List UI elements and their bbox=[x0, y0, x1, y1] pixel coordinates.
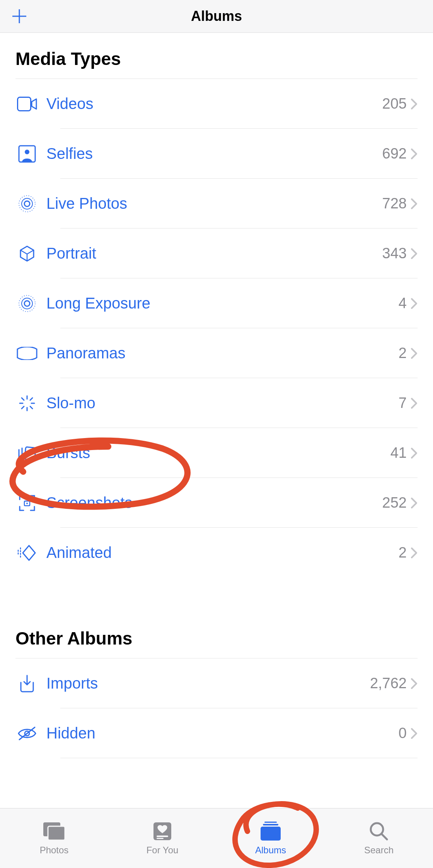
svg-point-4 bbox=[25, 150, 29, 154]
svg-rect-29 bbox=[157, 836, 168, 837]
row-label: Panoramas bbox=[46, 344, 399, 362]
svg-rect-31 bbox=[264, 822, 277, 823]
row-label: Live Photos bbox=[46, 195, 382, 212]
row-count: 728 bbox=[382, 195, 407, 212]
row-count: 2,762 bbox=[370, 675, 407, 692]
chevron-right-icon bbox=[411, 248, 418, 259]
row-animated[interactable]: Animated 2 bbox=[15, 528, 418, 578]
svg-rect-33 bbox=[261, 827, 281, 841]
tab-search[interactable]: Search bbox=[325, 808, 433, 868]
tab-label: Albums bbox=[255, 845, 286, 856]
row-hidden[interactable]: Hidden 0 bbox=[15, 708, 418, 758]
row-label: Bursts bbox=[46, 444, 390, 462]
svg-line-17 bbox=[30, 398, 32, 400]
chevron-right-icon bbox=[411, 397, 418, 409]
row-label: Animated bbox=[46, 544, 399, 561]
svg-rect-32 bbox=[263, 824, 278, 825]
chevron-right-icon bbox=[411, 198, 418, 210]
svg-line-15 bbox=[22, 398, 24, 400]
tab-photos[interactable]: Photos bbox=[0, 808, 108, 868]
svg-rect-30 bbox=[157, 838, 164, 839]
photos-icon bbox=[42, 821, 66, 842]
tab-label: Photos bbox=[40, 845, 69, 856]
row-count: 692 bbox=[382, 145, 407, 162]
svg-point-9 bbox=[22, 298, 32, 309]
chevron-right-icon bbox=[411, 678, 418, 689]
row-portrait[interactable]: Portrait 343 bbox=[15, 229, 418, 278]
row-videos[interactable]: Videos 205 bbox=[15, 79, 418, 129]
navbar: Albums bbox=[0, 0, 433, 33]
chevron-right-icon bbox=[411, 497, 418, 509]
row-bursts[interactable]: Bursts 41 bbox=[15, 428, 418, 478]
add-button[interactable] bbox=[12, 9, 27, 24]
row-label: Screenshots bbox=[46, 494, 382, 512]
portrait-icon bbox=[15, 245, 39, 263]
row-count: 2 bbox=[399, 345, 407, 362]
selfie-icon bbox=[15, 145, 39, 163]
row-count: 0 bbox=[399, 725, 407, 742]
svg-rect-2 bbox=[18, 97, 31, 111]
tabbar: Photos For You Albums Search bbox=[0, 808, 433, 868]
imports-icon bbox=[15, 675, 39, 692]
row-count: 252 bbox=[382, 495, 407, 511]
row-selfies[interactable]: Selfies 692 bbox=[15, 129, 418, 179]
svg-point-23 bbox=[26, 503, 28, 504]
row-label: Long Exposure bbox=[46, 295, 399, 312]
screenshots-icon bbox=[15, 494, 39, 512]
section-media-types: Media Types Videos 205 Selfies 692 Live … bbox=[0, 33, 433, 578]
chevron-right-icon bbox=[411, 298, 418, 309]
row-label: Videos bbox=[46, 95, 382, 113]
tab-label: For You bbox=[147, 845, 179, 856]
chevron-right-icon bbox=[411, 728, 418, 739]
section-header-other-albums: Other Albums bbox=[15, 612, 418, 658]
svg-line-35 bbox=[382, 834, 387, 839]
row-count: 41 bbox=[390, 445, 407, 461]
tab-for-you[interactable]: For You bbox=[108, 808, 216, 868]
row-imports[interactable]: Imports 2,762 bbox=[15, 658, 418, 708]
row-label: Portrait bbox=[46, 245, 382, 262]
row-label: Imports bbox=[46, 675, 370, 692]
svg-rect-27 bbox=[48, 826, 65, 840]
search-icon bbox=[368, 821, 389, 842]
row-slo-mo[interactable]: Slo-mo 7 bbox=[15, 378, 418, 428]
live-photos-icon bbox=[15, 195, 39, 213]
page-title: Albums bbox=[191, 8, 242, 24]
svg-line-18 bbox=[22, 406, 24, 409]
hidden-icon bbox=[15, 726, 39, 741]
bursts-icon bbox=[15, 444, 39, 462]
tab-albums[interactable]: Albums bbox=[216, 808, 325, 868]
video-icon bbox=[15, 97, 39, 111]
row-count: 7 bbox=[399, 395, 407, 411]
animated-icon bbox=[15, 544, 39, 562]
chevron-right-icon bbox=[411, 348, 418, 359]
chevron-right-icon bbox=[411, 547, 418, 559]
slomo-icon bbox=[15, 394, 39, 412]
svg-point-8 bbox=[24, 301, 30, 306]
long-exposure-icon bbox=[15, 295, 39, 312]
row-count: 205 bbox=[382, 95, 407, 112]
plus-icon bbox=[12, 9, 27, 24]
panorama-icon bbox=[15, 347, 39, 360]
chevron-right-icon bbox=[411, 98, 418, 110]
section-other-albums: Other Albums Imports 2,762 Hidden 0 bbox=[0, 612, 433, 758]
svg-line-16 bbox=[30, 406, 32, 409]
albums-icon bbox=[258, 821, 283, 842]
for-you-icon bbox=[152, 821, 173, 842]
row-live-photos[interactable]: Live Photos 728 bbox=[15, 179, 418, 229]
section-header-media-types: Media Types bbox=[15, 33, 418, 79]
row-label: Slo-mo bbox=[46, 394, 399, 412]
tab-label: Search bbox=[364, 845, 394, 856]
svg-point-6 bbox=[22, 198, 32, 209]
row-screenshots[interactable]: Screenshots 252 bbox=[15, 478, 418, 528]
row-count: 343 bbox=[382, 245, 407, 262]
chevron-right-icon bbox=[411, 148, 418, 160]
row-long-exposure[interactable]: Long Exposure 4 bbox=[15, 278, 418, 328]
row-count: 4 bbox=[399, 295, 407, 312]
svg-point-5 bbox=[24, 201, 30, 206]
chevron-right-icon bbox=[411, 447, 418, 459]
row-label: Selfies bbox=[46, 145, 382, 162]
row-panoramas[interactable]: Panoramas 2 bbox=[15, 328, 418, 378]
row-count: 2 bbox=[399, 544, 407, 561]
row-label: Hidden bbox=[46, 725, 399, 742]
svg-rect-19 bbox=[24, 447, 36, 460]
